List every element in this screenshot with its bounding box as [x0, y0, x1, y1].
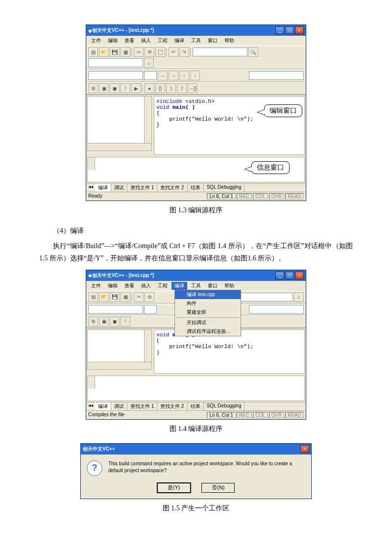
- menu-window[interactable]: 窗口: [205, 37, 220, 45]
- stop-icon[interactable]: ◼: [110, 317, 120, 327]
- minimize-button[interactable]: _: [275, 272, 284, 279]
- tab-find2[interactable]: 查找文件 2: [157, 184, 187, 192]
- run-icon[interactable]: !: [121, 317, 130, 327]
- tab-results[interactable]: 结果: [188, 403, 204, 410]
- tab-scroll-left[interactable]: ◂◂: [86, 403, 95, 410]
- stepinto-icon[interactable]: ⤵: [166, 83, 176, 93]
- menu-tools[interactable]: 工具: [188, 37, 204, 45]
- up-icon[interactable]: ↑: [179, 71, 189, 80]
- workspace-pane[interactable]: [87, 329, 152, 370]
- tab-sql[interactable]: SQL Debugging: [204, 403, 245, 410]
- new-icon[interactable]: ▤: [88, 292, 98, 302]
- tab-sql[interactable]: SQL Debugging: [204, 184, 245, 192]
- menu-edit[interactable]: 编辑: [105, 37, 121, 45]
- step-icon[interactable]: {}: [155, 83, 165, 93]
- redo-icon[interactable]: ↷: [179, 47, 189, 57]
- menu-help[interactable]: 帮助: [221, 37, 237, 45]
- menu-start-debug[interactable]: 开始调试: [175, 318, 241, 327]
- menu-compile[interactable]: 编译 test.cpp: [175, 290, 241, 299]
- copy-icon[interactable]: ⧉: [145, 47, 154, 57]
- scrollbar-h[interactable]: [88, 143, 151, 151]
- menu-build[interactable]: 编译: [172, 37, 187, 45]
- menu-insert[interactable]: 插入: [138, 37, 154, 45]
- menu-view[interactable]: 查看: [122, 37, 137, 45]
- menu-build[interactable]: 编译: [172, 282, 187, 290]
- menu-remote-debug[interactable]: 调试程序远程连接…: [175, 327, 241, 336]
- menu-file[interactable]: 文件: [88, 37, 104, 45]
- tab-build[interactable]: 编译: [95, 184, 111, 192]
- prev-icon[interactable]: ←: [158, 71, 168, 80]
- close-button[interactable]: ×: [295, 272, 304, 279]
- editor-pane[interactable]: #include <stdio.h> void main( ) { printf…: [154, 96, 305, 155]
- stepout-icon[interactable]: ⤴: [177, 83, 187, 93]
- menu-file[interactable]: 文件: [88, 282, 104, 290]
- open-icon[interactable]: 📂: [99, 47, 109, 57]
- tab-find2[interactable]: 查找文件 2: [157, 403, 187, 410]
- undo-icon[interactable]: ↶: [169, 47, 178, 57]
- member-combo[interactable]: [144, 305, 157, 314]
- saveall-icon[interactable]: ▦: [121, 292, 130, 302]
- yes-button[interactable]: 是(Y): [157, 483, 191, 493]
- maximize-button[interactable]: □: [285, 26, 294, 34]
- scrollbar-v[interactable]: [144, 330, 151, 362]
- compile-icon[interactable]: ⚙: [88, 83, 98, 93]
- tab-debug[interactable]: 调试: [111, 403, 127, 410]
- bp-icon[interactable]: ●: [145, 83, 154, 93]
- new-icon[interactable]: ▤: [88, 47, 98, 57]
- menu-project[interactable]: 工程: [155, 282, 171, 290]
- scrollbar-h[interactable]: [88, 362, 151, 369]
- scrollbar-v[interactable]: [144, 97, 151, 144]
- workspace-pane[interactable]: [87, 96, 152, 151]
- tab-build[interactable]: 编译: [95, 403, 111, 410]
- menu-window[interactable]: 窗口: [205, 282, 220, 290]
- class-combo[interactable]: [88, 71, 143, 80]
- run-icon[interactable]: !: [121, 83, 130, 93]
- find-icon[interactable]: 🔍: [248, 47, 258, 57]
- build-icon[interactable]: ▣: [99, 83, 109, 93]
- tab-scroll-left[interactable]: ◂◂: [86, 184, 95, 192]
- cut-icon[interactable]: ✂: [134, 47, 144, 57]
- open-icon[interactable]: 📂: [99, 292, 109, 302]
- save-icon[interactable]: 💾: [110, 47, 120, 57]
- stop-icon[interactable]: ◼: [110, 83, 120, 93]
- paste-icon[interactable]: 📋: [155, 47, 165, 57]
- member-combo[interactable]: [144, 71, 157, 80]
- output-pane[interactable]: [87, 376, 305, 401]
- saveall-icon[interactable]: ▦: [121, 47, 130, 57]
- build-icon[interactable]: ▣: [99, 317, 109, 327]
- config-combo[interactable]: [238, 293, 293, 302]
- tab-find1[interactable]: 查找文件 1: [127, 403, 157, 410]
- dialog-close-button[interactable]: ×: [300, 445, 309, 453]
- menu-tools[interactable]: 工具: [188, 282, 204, 290]
- maximize-button[interactable]: □: [285, 272, 294, 279]
- filter-combo[interactable]: [249, 305, 304, 314]
- close-button[interactable]: ×: [295, 26, 304, 34]
- menu-rebuild[interactable]: 重建全部: [175, 308, 241, 317]
- compile-icon[interactable]: ⚙: [88, 317, 98, 327]
- menu-edit[interactable]: 编辑: [105, 282, 121, 290]
- config-combo[interactable]: [88, 58, 143, 67]
- save-icon[interactable]: 💾: [110, 292, 120, 302]
- cut-icon[interactable]: ✂: [134, 292, 144, 302]
- next-icon[interactable]: →: [169, 71, 178, 80]
- menu-view[interactable]: 查看: [122, 282, 137, 290]
- workspace-combo[interactable]: [193, 48, 247, 56]
- tab-results[interactable]: 结果: [188, 184, 204, 192]
- filter-combo[interactable]: [249, 71, 304, 80]
- cursor-icon[interactable]: →{}: [188, 83, 197, 93]
- down-icon[interactable]: ↓: [190, 71, 200, 80]
- tab-debug[interactable]: 调试: [111, 184, 127, 192]
- output-pane[interactable]: 信息窗口: [87, 157, 305, 182]
- menu-project[interactable]: 工程: [155, 37, 171, 45]
- menu-help[interactable]: 帮助: [221, 282, 237, 290]
- minimize-button[interactable]: _: [275, 26, 284, 34]
- class-combo[interactable]: [88, 305, 143, 314]
- menu-insert[interactable]: 插入: [138, 282, 154, 290]
- copy-icon[interactable]: ⧉: [145, 292, 154, 302]
- no-button[interactable]: 否(N): [201, 483, 235, 493]
- go-icon[interactable]: ▶: [131, 83, 141, 93]
- menu-build-item[interactable]: 构件: [175, 299, 241, 308]
- tab-find1[interactable]: 查找文件 1: [127, 184, 157, 192]
- home-icon[interactable]: ⌂: [144, 58, 154, 68]
- home-icon[interactable]: ⌂: [294, 292, 304, 302]
